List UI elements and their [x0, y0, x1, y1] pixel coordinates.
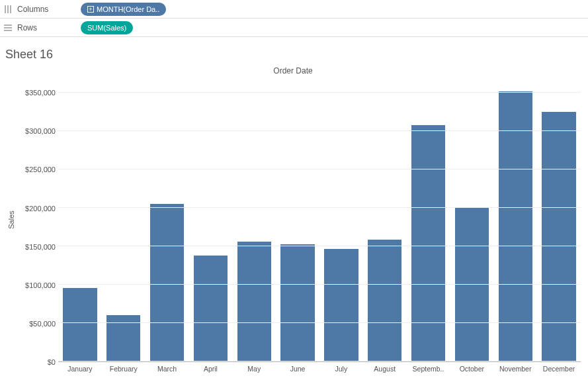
y-tick-label: $250,000 [25, 166, 56, 173]
sheet-area: Sheet 16 Order Date Sales $0$50,000$100,… [0, 37, 588, 375]
columns-shelf-label: Columns [3, 4, 75, 15]
sheet-title[interactable]: Sheet 16 [5, 48, 583, 62]
columns-shelf[interactable]: Columns + MONTH(Order Da.. [0, 0, 588, 19]
x-tick-label: March [146, 362, 189, 373]
bar[interactable] [499, 91, 532, 361]
rows-shelf-label: Rows [3, 23, 75, 33]
bar-slot [58, 77, 102, 361]
x-tick-label: Septemb.. [407, 362, 450, 373]
grid-line [58, 92, 581, 93]
grid-line [58, 322, 581, 323]
columns-icon [3, 4, 13, 15]
bar-slot [363, 77, 407, 361]
x-tick-label: December [537, 362, 581, 373]
x-tick-label: February [102, 362, 146, 373]
bar[interactable] [368, 240, 401, 361]
y-tick-label: $300,000 [25, 127, 56, 135]
y-tick-label: $150,000 [25, 243, 56, 251]
bar[interactable] [150, 204, 184, 361]
x-tick-label: June [276, 362, 319, 373]
y-tick-label: $100,000 [25, 281, 56, 289]
bar-slot [493, 77, 537, 361]
rows-pill[interactable]: SUM(Sales) [81, 21, 133, 34]
x-tick-label: November [493, 362, 537, 373]
x-tick-label: April [189, 362, 232, 373]
y-tick-label: $350,000 [25, 89, 56, 97]
bar[interactable] [237, 242, 271, 361]
rows-icon [3, 23, 13, 33]
bar-slot [319, 77, 363, 361]
plot-area [58, 77, 581, 362]
rows-pill-text: SUM(Sales) [87, 24, 126, 32]
y-tick-label: $0 [48, 358, 56, 366]
grid-line [58, 130, 581, 131]
columns-pill-text: MONTH(Order Da.. [97, 5, 159, 13]
grid-line [58, 207, 581, 208]
bar[interactable] [280, 244, 314, 361]
rows-text: Rows [17, 23, 37, 32]
x-tick-label: October [450, 362, 493, 373]
columns-text: Columns [17, 5, 48, 14]
y-axis-label: Sales [5, 77, 17, 362]
bar[interactable] [194, 256, 228, 361]
x-tick-label: July [319, 362, 363, 373]
grid-line [58, 246, 581, 246]
rows-shelf[interactable]: Rows SUM(Sales) [0, 19, 588, 37]
bar-slot [232, 77, 276, 361]
bar-slot [407, 77, 450, 361]
bar-slot [276, 77, 319, 361]
y-tick-label: $200,000 [25, 205, 56, 213]
x-tick-label: August [363, 362, 407, 373]
x-axis-labels: JanuaryFebruaryMarchAprilMayJuneJulyAugu… [58, 362, 581, 373]
grid-line [58, 284, 581, 285]
bar[interactable] [63, 288, 97, 361]
y-tick-label: $50,000 [29, 320, 56, 328]
x-tick-label: January [58, 362, 102, 373]
bar[interactable] [324, 249, 358, 361]
bar-slot [450, 77, 493, 361]
chart: Order Date Sales $0$50,000$100,000$150,0… [5, 64, 581, 375]
grid-line [58, 169, 581, 169]
grid-line [58, 361, 581, 361]
bar[interactable] [542, 112, 575, 361]
bar-slot [102, 77, 146, 361]
x-tick-label: May [232, 362, 276, 373]
y-axis-ticks: $0$50,000$100,000$150,000$200,000$250,00… [17, 77, 58, 362]
bar-slot [537, 77, 581, 361]
bar[interactable] [411, 125, 445, 361]
columns-pill[interactable]: + MONTH(Order Da.. [81, 3, 166, 16]
expand-icon[interactable]: + [87, 6, 94, 13]
bar-slot [146, 77, 189, 361]
bar-slot [189, 77, 232, 361]
chart-title: Order Date [5, 64, 581, 77]
